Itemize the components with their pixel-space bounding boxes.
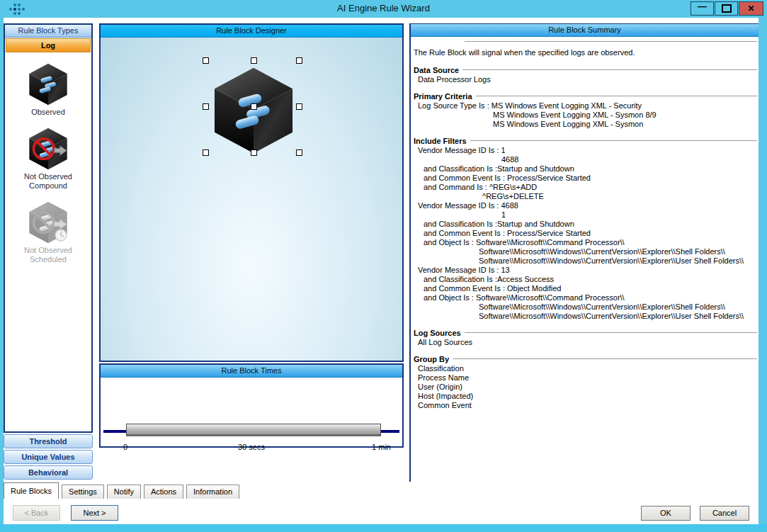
title-bar: AI Engine Rule Wizard — ✕ — [0, 0, 767, 18]
section-divider — [470, 140, 757, 143]
summary-line: Vendor Message ID Is : 1 — [414, 146, 757, 155]
maximize-button[interactable] — [715, 1, 738, 16]
summary-line: ^REG\s+DELETE — [414, 192, 757, 201]
summary-line: Software\\Microsoft\\Windows\\CurrentVer… — [414, 302, 757, 312]
rule-block-times-header: Rule Block Times — [101, 365, 402, 378]
section-divider — [453, 358, 757, 361]
tick-label-end: 1 min — [372, 443, 391, 451]
designer-canvas[interactable] — [101, 37, 402, 361]
summary-line: Process Name — [414, 373, 757, 383]
summary-line: and Classification Is :Startup and Shutd… — [414, 220, 757, 229]
section-divider — [465, 332, 757, 335]
summary-section-title: Data Source — [414, 66, 459, 75]
rule-type-label: Not Observed Scheduled — [18, 246, 79, 264]
rule-type-label: Observed — [5, 108, 91, 117]
summary-line: Vendor Message ID Is : 4688 — [414, 201, 757, 210]
rule-type-not-observed-compound[interactable]: Not Observed Compound — [5, 127, 91, 191]
summary-line: Software\\Microsoft\\Windows\\CurrentVer… — [414, 256, 757, 266]
rule-block-designer-header: Rule Block Designer — [101, 25, 402, 38]
rule-block-types-header: Rule Block Types — [5, 25, 91, 38]
time-slider-range[interactable] — [126, 424, 381, 436]
summary-line: and Classification Is :Startup and Shutd… — [414, 164, 757, 174]
summary-line: Vendor Message ID Is : 13 — [414, 266, 757, 275]
summary-line: MS Windows Event Logging XML - Sysmon 8/… — [414, 111, 757, 120]
summary-section-title: Log Sources — [414, 329, 461, 338]
summary-line: Data Processor Logs — [414, 75, 757, 84]
rule-block-times-panel: Rule Block Times 0 30 secs 1 min — [99, 363, 404, 448]
summary-line: MS Windows Event Logging XML - Sysmon — [414, 120, 757, 129]
summary-line: Software\\Microsoft\\Windows\\CurrentVer… — [414, 312, 757, 321]
tick-label-mid: 30 secs — [101, 443, 402, 451]
next-button[interactable]: Next > — [71, 505, 118, 521]
tab-information[interactable]: Information — [186, 485, 239, 499]
ok-button[interactable]: OK — [641, 506, 691, 521]
behavioral-category-button[interactable]: Behavioral — [4, 465, 93, 480]
summary-line: Classification — [414, 364, 757, 373]
not-observed-compound-icon — [26, 127, 70, 171]
ai-engine-rule-wizard-window: AI Engine Rule Wizard — ✕ Rule Block Typ… — [0, 0, 767, 532]
summary-line: and Object Is : Software\\Microsoft\\Com… — [414, 238, 757, 247]
rule-type-not-observed-scheduled[interactable]: Not Observed Scheduled — [5, 200, 91, 264]
not-observed-scheduled-icon — [26, 200, 70, 244]
tab-strip: Rule BlocksSettingsNotifyActionsInformat… — [4, 482, 242, 499]
maximize-icon — [722, 4, 732, 13]
summary-line: 4688 — [414, 155, 757, 164]
rule-block-types-panel: Rule Block Types Log Observed Not Observ… — [4, 23, 93, 433]
summary-section: Include FiltersVendor Message ID Is : 14… — [414, 137, 757, 321]
window-frame-bottom — [0, 524, 767, 532]
tab-rule-blocks[interactable]: Rule Blocks — [4, 482, 59, 499]
unique-values-category-button[interactable]: Unique Values — [4, 450, 93, 464]
summary-section-title: Include Filters — [414, 137, 467, 146]
summary-line: User (Origin) — [414, 383, 757, 392]
tab-notify[interactable]: Notify — [107, 485, 141, 499]
summary-section: Data SourceData Processor Logs — [414, 66, 757, 84]
window-frame-right — [759, 18, 767, 532]
minimize-button[interactable]: — — [691, 1, 714, 16]
selection-handle[interactable] — [296, 57, 302, 64]
window-title: AI Engine Rule Wizard — [0, 3, 767, 13]
summary-section: Group ByClassificationProcess NameUser (… — [414, 355, 757, 410]
summary-line: and Common Event Is : Object Modified — [414, 284, 757, 293]
time-slider: 0 30 secs 1 min — [101, 378, 402, 448]
summary-line: and Common Event Is : Process/Service St… — [414, 174, 757, 183]
rule-block-summary-panel: Rule Block Summary The Rule Block will s… — [409, 23, 759, 482]
log-category-button[interactable]: Log — [6, 38, 91, 52]
rule-block-summary-header: Rule Block Summary — [411, 24, 759, 37]
rule-type-observed[interactable]: Observed — [5, 62, 91, 117]
summary-line: and Object Is : Software\\Microsoft\\Com… — [414, 293, 757, 302]
selection-handle[interactable] — [251, 57, 257, 64]
selection-handle[interactable] — [251, 149, 257, 156]
tab-actions[interactable]: Actions — [144, 485, 183, 499]
section-divider — [476, 96, 757, 98]
summary-line: 1 — [414, 210, 757, 220]
selection-handle[interactable] — [203, 149, 209, 156]
selection-handle[interactable] — [203, 57, 209, 64]
selection-handle[interactable] — [296, 149, 302, 156]
threshold-category-button[interactable]: Threshold — [4, 434, 93, 448]
summary-line: Common Event — [414, 401, 757, 410]
summary-section: Primary CriteriaLog Source Type Is : MS … — [414, 92, 757, 129]
rule-block-designer-panel: Rule Block Designer — [99, 23, 404, 362]
close-button[interactable]: ✕ — [739, 1, 763, 16]
cancel-button[interactable]: Cancel — [700, 506, 749, 521]
summary-body: The Rule Block will signal when the spec… — [411, 37, 759, 410]
rule-block-cube[interactable] — [208, 65, 299, 156]
summary-line: Host (Impacted) — [414, 392, 757, 401]
summary-section-title: Group By — [414, 355, 449, 364]
summary-line: and Classification Is :Access Success — [414, 275, 757, 284]
selection-handle[interactable] — [296, 103, 302, 110]
rule-type-label: Not Observed Compound — [18, 172, 79, 191]
tab-settings[interactable]: Settings — [62, 485, 104, 499]
summary-line: Log Source Type Is : MS Windows Event Lo… — [414, 101, 757, 111]
summary-line: and Command Is : ^REG\s+ADD — [414, 183, 757, 192]
summary-line: Software\\Microsoft\\Windows\\CurrentVer… — [414, 247, 757, 256]
back-button[interactable]: < Back — [13, 505, 60, 521]
summary-section-title: Primary Criteria — [414, 92, 472, 101]
selection-handle[interactable] — [251, 103, 257, 110]
summary-section: Log SourcesAll Log Sources — [414, 329, 757, 347]
summary-top-divider — [465, 41, 757, 44]
summary-intro: The Rule Block will signal when the spec… — [414, 48, 757, 57]
selection-handle[interactable] — [203, 103, 209, 110]
observed-cube-icon — [26, 62, 70, 106]
section-divider — [462, 69, 757, 72]
